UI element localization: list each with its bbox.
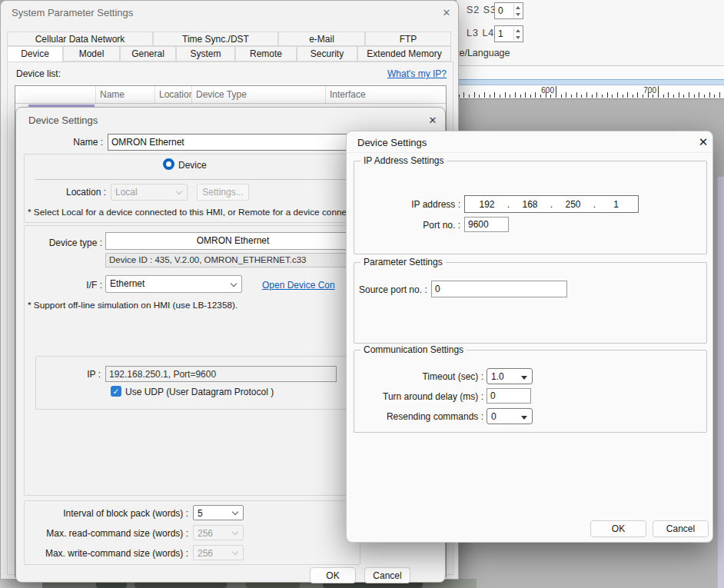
ruler-tick: [627, 92, 628, 98]
ruler-tick: [510, 95, 510, 98]
ruler-tick: [484, 92, 485, 98]
chevron-down-icon: [232, 529, 238, 535]
ip-address-input[interactable]: 192 . 168 . 250 . 1: [464, 195, 639, 213]
udp-checkbox[interactable]: ✓: [111, 386, 121, 397]
ok-button[interactable]: OK: [590, 520, 646, 537]
chevron-down-icon: [232, 509, 238, 515]
tab-security[interactable]: Security: [297, 46, 357, 61]
ip-dot: .: [591, 199, 599, 210]
ruler-tick: [525, 92, 526, 98]
ruler-tick: [633, 95, 633, 98]
ruler-tick: [683, 95, 684, 98]
ruler-tick: [556, 86, 556, 98]
ip-summary-field[interactable]: 192.168.250.1, Port=9600: [105, 366, 337, 382]
col-device-type: Device Type: [192, 86, 326, 103]
device-radio-label: Device: [178, 160, 207, 171]
device-list-label: Device list:: [16, 68, 61, 79]
ip-octet-2[interactable]: 168: [513, 199, 548, 210]
if-value: Ethernet: [110, 278, 144, 289]
read-size-label: Max. read-command size (words) :: [32, 528, 188, 539]
timeout-select[interactable]: 1.0: [487, 368, 533, 384]
ruler-tick: [596, 92, 597, 98]
tab-extended-memory[interactable]: Extended Memory: [357, 46, 451, 61]
ok-button[interactable]: OK: [310, 567, 356, 583]
name-input[interactable]: OMRON Ethernet: [108, 134, 361, 151]
ip-dot: .: [505, 199, 513, 210]
ruler-tick: [663, 95, 664, 98]
ip-address-settings-label: IP Address Settings: [360, 155, 447, 166]
ruler-tick: [561, 95, 562, 98]
support-note: * Support off-line simulation on HMI (us…: [28, 300, 350, 311]
cancel-button[interactable]: Cancel: [364, 567, 410, 583]
device-type-label: Device type :: [32, 238, 102, 248]
spinner-arrows-icon[interactable]: [513, 4, 522, 18]
ip-group: [35, 356, 350, 410]
l4-label: L4: [482, 28, 494, 38]
tab-device[interactable]: Device: [7, 46, 63, 62]
tab-general[interactable]: General: [120, 46, 176, 61]
spinner-arrows-icon[interactable]: [513, 27, 522, 41]
close-icon[interactable]: ✕: [427, 115, 439, 127]
tab-e-mail[interactable]: e-Mail: [278, 32, 365, 46]
ruler-tick: [490, 95, 490, 98]
tab-model[interactable]: Model: [63, 46, 120, 61]
device-type-button[interactable]: OMRON Ethernet: [105, 232, 360, 250]
ip-label: IP :: [32, 369, 101, 380]
horizontal-scroll-band[interactable]: [457, 79, 724, 85]
ruler-tick: [576, 92, 577, 98]
port-input[interactable]: 9600: [464, 217, 509, 232]
write-size-select[interactable]: 256: [193, 545, 244, 560]
resending-value: 0: [491, 411, 497, 422]
ruler-label-600: 600: [530, 86, 554, 95]
dialog-title: System Parameter Settings: [12, 7, 133, 18]
ruler-tick: [474, 92, 475, 98]
parameter-settings-group: Parameter Settings: [354, 262, 707, 344]
ip-octet-4[interactable]: 1: [599, 199, 634, 210]
horizontal-ruler: 600 700: [457, 85, 724, 99]
ruler-tick: [463, 92, 464, 98]
ruler-tick: [540, 95, 541, 98]
write-size-label: Max. write-command size (words) :: [32, 548, 188, 559]
ruler-tick: [469, 95, 470, 98]
ruler-tick: [500, 95, 500, 98]
dialog-title: Device Settings: [28, 115, 98, 126]
vertical-scrollbar[interactable]: [717, 177, 724, 588]
resending-select[interactable]: 0: [487, 408, 533, 424]
cancel-button[interactable]: Cancel: [653, 520, 709, 537]
location-settings-button[interactable]: Settings...: [197, 184, 249, 201]
source-port-input[interactable]: 0: [431, 281, 567, 297]
s2s3-spinner[interactable]: 0: [494, 2, 523, 19]
whats-my-ip-link[interactable]: What's my IP?: [370, 68, 447, 79]
read-size-select[interactable]: 256: [193, 525, 244, 540]
state-language-label: te/Language: [457, 48, 510, 58]
divider: [35, 179, 347, 180]
timeout-label: Timeout (sec) :: [359, 371, 483, 382]
attribute-panel: S2 S3 0 L3 L4 1 te/Language: [457, 0, 724, 66]
ruler-tick: [679, 92, 679, 98]
turnaround-input[interactable]: 0: [487, 388, 531, 404]
interval-select[interactable]: 5: [193, 505, 244, 520]
ruler-tick: [699, 92, 699, 98]
location-select[interactable]: Local: [111, 184, 188, 201]
select-local-note: * Select Local for a device connected to…: [28, 207, 360, 218]
location-label: Location :: [32, 187, 106, 198]
device-radio[interactable]: [163, 158, 174, 170]
ruler-tick: [704, 95, 705, 98]
col-name: Name: [96, 86, 155, 103]
ruler-tick: [550, 95, 551, 98]
ip-octet-1[interactable]: 192: [470, 199, 505, 210]
tab-row-1: Cellular Data Network Time Sync./DST e-M…: [7, 32, 451, 46]
close-icon[interactable]: ✕: [697, 136, 709, 148]
if-select[interactable]: Ethernet: [105, 275, 242, 293]
s2-s3-label: S2 S3: [467, 5, 497, 15]
if-label: I/F :: [32, 280, 102, 291]
ip-octet-3[interactable]: 250: [556, 199, 591, 210]
tab-time-sync-dst[interactable]: Time Sync./DST: [153, 32, 278, 46]
tab-remote[interactable]: Remote: [235, 46, 297, 61]
tab-system[interactable]: System: [176, 46, 235, 61]
tab-ftp[interactable]: FTP: [365, 32, 451, 46]
l3l4-spinner[interactable]: 1: [494, 25, 523, 42]
close-icon[interactable]: ✕: [440, 7, 453, 19]
tab-cellular-data-network[interactable]: Cellular Data Network: [7, 32, 153, 46]
ruler-tick: [586, 92, 587, 98]
